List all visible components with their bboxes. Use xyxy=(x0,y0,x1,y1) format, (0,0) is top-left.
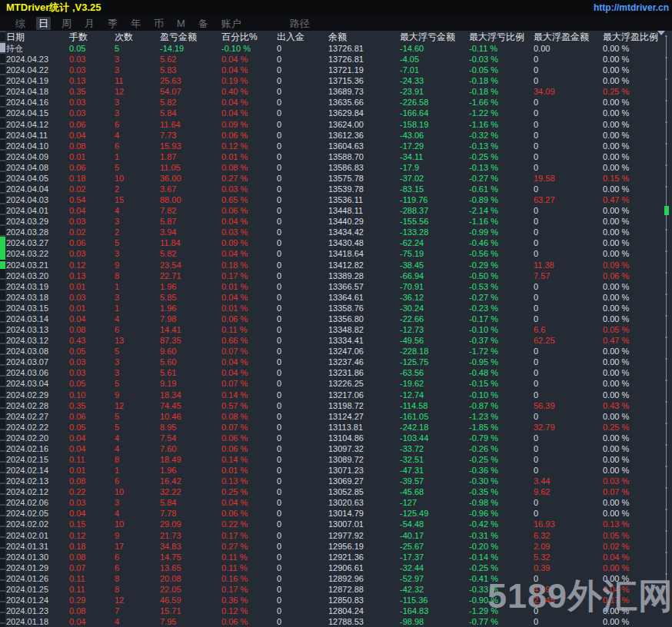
cell-最大浮亏比例: -0.53 % xyxy=(469,281,534,292)
cell-次数: 3 xyxy=(115,357,160,367)
table-row[interactable]: 2024.04.100.08615.930.12 %013604.63-17.2… xyxy=(0,141,672,151)
cell-次数: 4 xyxy=(115,130,160,141)
table-row[interactable]: 2024.02.010.12921.730.17 %012977.92-40.1… xyxy=(0,530,672,541)
table-row[interactable]: 2024.02.220.0558.950.07 %013113.81-242.1… xyxy=(0,422,672,433)
cell-最大浮盈金额: 6.6 xyxy=(534,324,603,335)
table-row[interactable]: 2024.02.060.0335.840.04 %013020.63-127-0… xyxy=(0,497,672,508)
table-row[interactable]: 2024.02.140.0111.960.01 %013071.23-47.31… xyxy=(0,465,672,476)
table-row[interactable]: 2024.04.040.0223.670.03 %013539.78-83.15… xyxy=(0,184,672,194)
table-row[interactable]: 2024.02.270.06510.460.08 %013124.27-161.… xyxy=(0,411,672,422)
table-row[interactable]: 2024.03.150.0111.960.01 %013358.76-30.24… xyxy=(0,303,672,314)
cell-次数: 8 xyxy=(115,454,160,465)
cell-次数: 3 xyxy=(115,54,160,65)
table-row[interactable]: 2024.03.190.0111.960.01 %013366.57-70.91… xyxy=(0,281,672,292)
table-row[interactable]: 2024.03.180.0335.850.04 %013364.61-36.12… xyxy=(0,292,672,303)
tab-3[interactable]: 周 xyxy=(59,17,74,30)
table-row[interactable]: 2024.04.080.06511.050.08 %013586.83-17.9… xyxy=(0,162,672,173)
table-row[interactable]: 2024.04.090.0111.870.01 %013588.70-34.11… xyxy=(0,151,672,162)
table-row[interactable]: 2024.04.230.0335.620.04 %013726.81-4.05-… xyxy=(0,54,672,65)
table-row[interactable]: 2024.02.280.351274.450.57 %013198.72-114… xyxy=(0,400,672,411)
cell-最大浮盈比例: 0.13 % xyxy=(603,519,672,529)
tab-2[interactable]: 日 xyxy=(36,17,51,30)
table-row[interactable]: 2024.04.150.0335.840.04 %013629.84-166.6… xyxy=(0,108,672,118)
tab-4[interactable]: 月 xyxy=(82,17,97,30)
cell-盈亏金额: 14.75 xyxy=(160,552,221,562)
cell-手数: 0.12 xyxy=(69,260,115,270)
table-row[interactable]: 2024.02.160.0447.600.06 %013097.32-33.72… xyxy=(0,443,672,454)
table-row[interactable]: 2024.04.220.0335.830.04 %013721.19-7.01-… xyxy=(0,65,672,75)
cell-次数: 1 xyxy=(115,465,160,476)
cell-最大浮盈金额: 0 xyxy=(534,97,603,108)
table-row[interactable]: 2024.03.270.06511.840.09 %013430.48-62.2… xyxy=(0,237,672,248)
table-row[interactable]: 2024.04.030.541588.000.65 %013536.11-119… xyxy=(0,194,672,205)
tab-8[interactable]: M xyxy=(175,17,188,30)
scrollbar-track[interactable] xyxy=(666,35,667,593)
cell-盈亏金额: 74.45 xyxy=(160,400,221,411)
cell-最大浮盈金额: 0 xyxy=(534,130,603,141)
table-row[interactable]: 2024.03.080.0559.600.07 %013247.06-228.1… xyxy=(0,346,672,357)
table-row[interactable]: 2024.04.180.351254.070.40 %013689.73-23.… xyxy=(0,86,672,97)
table-row[interactable]: 2024.02.130.08616.420.13 %013069.27-39.5… xyxy=(0,476,672,486)
cell-次数: 5 xyxy=(115,237,160,248)
tab-9[interactable]: 备 xyxy=(196,17,211,30)
table-row[interactable]: 2024.03.220.0335.820.04 %013418.64-75.19… xyxy=(0,248,672,259)
cell-手数: 0.08 xyxy=(69,605,115,616)
cell-日期: 2024.04.15 xyxy=(6,108,69,118)
table-row[interactable]: 2024.02.050.0447.780.06 %013014.79-125.4… xyxy=(0,508,672,519)
app-url-link[interactable]: http://mtdriver.cn xyxy=(594,2,672,13)
cell-百分比%: 0.22 % xyxy=(221,519,277,529)
table-row[interactable]: 2024.02.200.0447.540.06 %013104.86-103.4… xyxy=(0,433,672,443)
table-row[interactable]: 2024.02.120.221032.220.25 %013052.85-45.… xyxy=(0,486,672,497)
cell-次数: 3 xyxy=(115,367,160,378)
tab-7[interactable]: 币 xyxy=(151,17,166,30)
cell-次数: 3 xyxy=(115,216,160,227)
cell-盈亏金额: 3.67 xyxy=(160,184,221,194)
table-row[interactable]: 2024.03.060.0335.610.04 %013231.86-63.56… xyxy=(0,367,672,378)
cell-次数: 9 xyxy=(115,530,160,541)
table-row[interactable]: 2024.03.280.0223.940.03 %013434.42-133.2… xyxy=(0,227,672,237)
table-row[interactable]: 2024.04.120.06611.640.09 %013624.00-158.… xyxy=(0,119,672,130)
cell-百分比%: 0.06 % xyxy=(221,205,277,216)
table-row[interactable]: 2024.03.200.13822.710.17 %013389.28-66.9… xyxy=(0,270,672,281)
tab-11[interactable]: 路径 xyxy=(288,17,312,30)
tab-5[interactable]: 季 xyxy=(105,17,120,30)
table-row[interactable]: 2024.03.070.0335.600.04 %013237.46-125.7… xyxy=(0,357,672,367)
table-row[interactable]: 2024.03.040.0559.190.07 %013226.25-19.62… xyxy=(0,378,672,389)
table-row[interactable]: 2024.03.130.08614.410.11 %013348.82-12.7… xyxy=(0,324,672,335)
edge-green-mark xyxy=(0,261,5,269)
cell-最大浮亏金额: -127 xyxy=(400,497,469,508)
table-row[interactable]: 2024.01.290.07613.650.11 %012906.61-32.4… xyxy=(0,562,672,573)
table-row[interactable]: 2024.02.020.151029.090.22 %013007.01-54.… xyxy=(0,519,672,529)
table-row[interactable]: 2024.04.010.0447.820.06 %013448.11-288.3… xyxy=(0,205,672,216)
cell-最大浮亏比例: -0.36 % xyxy=(469,465,534,476)
cell-日期: 2024.02.15 xyxy=(6,454,69,465)
cell-日期: 2024.02.27 xyxy=(6,411,69,422)
tab-6[interactable]: 年 xyxy=(128,17,143,30)
table-row[interactable]: 2024.01.300.08614.750.11 %012921.36-17.3… xyxy=(0,552,672,562)
table-row[interactable]: 2024.04.110.0447.730.06 %013612.36-43.06… xyxy=(0,130,672,141)
tab-10[interactable]: 账户 xyxy=(219,17,244,30)
table-row[interactable]: 2024.02.150.11818.490.14 %013089.72-32.5… xyxy=(0,454,672,465)
table-row-holding[interactable]: 持仓0.055-14.19-0.10 %013726.81-14.60-0.11… xyxy=(0,43,672,54)
cell-出入金: 0 xyxy=(277,378,328,389)
cell-日期: 2024.04.04 xyxy=(6,184,69,194)
cell-最大浮亏金额: -12.74 xyxy=(400,390,469,400)
cell-最大浮盈比例: 0.00 % xyxy=(603,314,672,324)
table-row[interactable]: 2024.03.140.0447.980.06 %013356.80-22.66… xyxy=(0,314,672,324)
cell-最大浮盈比例: 0.09 % xyxy=(603,260,672,270)
table-row[interactable]: 2024.02.290.10918.340.14 %013217.06-12.7… xyxy=(0,390,672,400)
table-row[interactable]: 2024.03.120.431387.350.66 %013334.41-49.… xyxy=(0,335,672,346)
table-row[interactable]: 2024.04.050.181036.000.27 %013575.78-37.… xyxy=(0,173,672,184)
cell-最大浮盈金额: 0 xyxy=(534,411,603,422)
table-row[interactable]: 2024.04.190.131125.630.19 %013715.36-24.… xyxy=(0,75,672,86)
scroll-arrow-icon[interactable] xyxy=(657,31,665,35)
table-row[interactable]: 2024.03.290.0335.870.04 %013440.29-155.5… xyxy=(0,216,672,227)
cell-日期: 2024.02.16 xyxy=(6,443,69,454)
cell-余额: 13434.42 xyxy=(328,227,400,237)
cell-盈亏金额: 15.71 xyxy=(160,605,221,616)
table-row[interactable]: 2024.01.310.181734.830.27 %012956.19-25.… xyxy=(0,541,672,552)
table-row[interactable]: 2024.03.210.12923.540.18 %013412.82-38.4… xyxy=(0,260,672,270)
tab-1[interactable]: 综 xyxy=(13,17,28,30)
table-row[interactable]: 2024.04.160.0335.820.04 %013635.66-226.5… xyxy=(0,97,672,108)
cell-出入金: 0 xyxy=(277,443,328,454)
